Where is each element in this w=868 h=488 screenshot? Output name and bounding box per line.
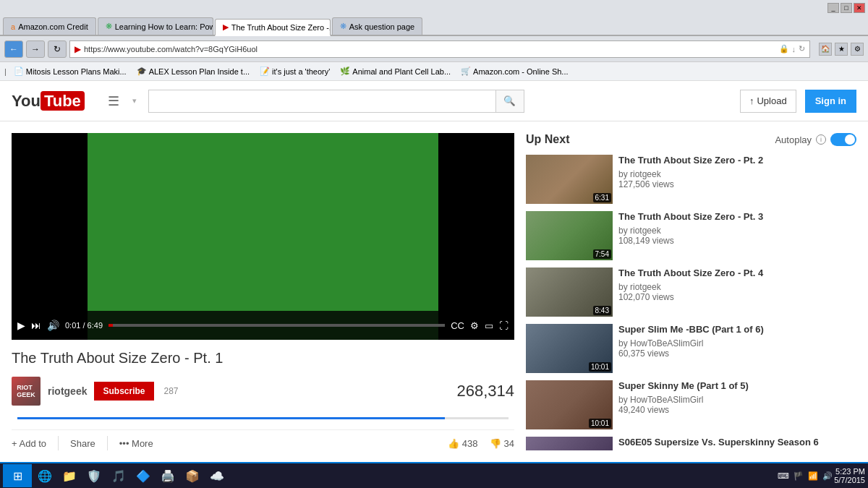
autoplay-label: Autoplay (775, 134, 812, 145)
video-item-channel: by riotgeek (618, 169, 856, 179)
search-button[interactable]: 🔍 (495, 90, 524, 113)
captions-icon[interactable]: CC (451, 320, 464, 331)
video-item-views: 60,375 views (618, 348, 856, 359)
video-list-item[interactable]: 6:31 The Truth About Size Zero - Pt. 2 b… (526, 155, 856, 204)
youtube-logo[interactable]: YouTube (12, 92, 85, 111)
bookmark-alex[interactable]: 🎓 ALEX Lesson Plan Inside t... (134, 65, 252, 77)
settings-icon[interactable]: ⚙ (851, 43, 864, 56)
signin-button[interactable]: Sign in (805, 90, 856, 113)
title-bar: _ □ ✕ (0, 0, 868, 16)
video-list-item[interactable]: 40:46 S06E05 Supersize Vs. Superskinny S… (526, 437, 856, 450)
taskbar-ie-icon[interactable]: 🌐 (33, 464, 56, 487)
theater-mode-icon[interactable]: ▭ (485, 320, 493, 331)
progress-bar[interactable] (109, 324, 445, 327)
taskbar-music-icon[interactable]: 🎵 (107, 464, 130, 487)
video-duration: 10:01 (589, 419, 611, 428)
tab-amazon-credit[interactable]: a Amazon.com Credit (3, 17, 96, 35)
play-button[interactable]: ▶ (17, 320, 25, 331)
subscriber-count: 287 (164, 386, 179, 396)
bookmark-theory[interactable]: 📝 it's just a 'theory' (257, 65, 333, 77)
video-item-views: 102,070 views (618, 292, 856, 302)
taskbar-shield-icon[interactable]: 🛡️ (82, 464, 106, 487)
video-item-info: Super Skinny Me (Part 1 of 5) by HowToBe… (618, 380, 856, 429)
video-title: The Truth About Size Zero - Pt. 1 (12, 347, 514, 369)
autoplay-info-icon[interactable]: i (816, 134, 826, 145)
video-list-item[interactable]: 10:01 Super Slim Me -BBC (Part 1 of 6) b… (526, 324, 856, 373)
yt-header: YouTube ☰ ▾ 🔍 ↑ Upload Sign in (0, 81, 868, 121)
tab-ask-question[interactable]: ❋ Ask question page (332, 17, 423, 35)
taskbar-amazon-icon[interactable]: 📦 (181, 464, 204, 487)
progress-fill (109, 324, 113, 327)
menu-arrow-icon: ▾ (132, 96, 137, 106)
video-item-info: The Truth About Size Zero - Pt. 2 by rio… (618, 155, 856, 204)
bookmarks-bar: | 📄 Mitosis Lesson Plans Maki... 🎓 ALEX … (0, 62, 868, 81)
taskbar: ⊞ 🌐 📁 🛡️ 🎵 🔷 🖨️ 📦 ☁️ ⌨ 🏴 📶 🔊 5:23 PM 5/7… (0, 462, 868, 488)
video-item-info: S06E05 Supersize Vs. Superskinny Season … (618, 437, 856, 450)
autoplay-toggle[interactable] (830, 133, 856, 146)
tab-size-zero[interactable]: ▶ The Truth About Size Zero -... ✕ (215, 19, 331, 36)
taskbar-gem-icon[interactable]: 🔷 (132, 464, 155, 487)
video-item-views: 49,240 views (618, 405, 856, 415)
video-item-title: Super Slim Me -BBC (Part 1 of 6) (618, 324, 856, 336)
thumbs-up-icon: 👍 (448, 438, 459, 449)
taskbar-cloud-icon[interactable]: ☁️ (205, 464, 229, 487)
video-thumbnail: 6:31 (526, 155, 613, 204)
channel-name[interactable]: riotgeek (48, 385, 87, 397)
refresh-button[interactable]: ↻ (48, 40, 67, 58)
star-icon[interactable]: ★ (835, 43, 848, 56)
settings-video-icon[interactable]: ⚙ (470, 320, 479, 331)
video-green-screen (88, 133, 438, 340)
video-controls: ▶ ⏭ 🔊 0:01 / 6:49 CC ⚙ ▭ (12, 311, 514, 340)
video-thumbnail: 10:01 (526, 324, 613, 373)
nav-bar: ← → ↻ ▶ https://www.youtube.com/watch?v=… (0, 36, 868, 62)
close-button[interactable]: ✕ (854, 3, 865, 13)
bookmark-mitosis[interactable]: 📄 Mitosis Lesson Plans Maki... (11, 65, 129, 77)
tab-bar: a Amazon.com Credit ❋ Learning How to Le… (0, 16, 868, 36)
taskbar-explorer-icon[interactable]: 📁 (58, 464, 81, 487)
upnext-title: Up Next (526, 133, 569, 146)
video-list-item[interactable]: 7:54 The Truth About Size Zero - Pt. 3 b… (526, 211, 856, 260)
video-thumbnail: 8:43 (526, 267, 613, 317)
channel-info: riotgeek (48, 385, 87, 397)
sidebar: Up Next Autoplay i 6:31 The Truth About … (526, 133, 856, 450)
search-input[interactable] (148, 90, 495, 113)
share-button[interactable]: Share (70, 438, 95, 449)
start-button[interactable]: ⊞ (3, 464, 32, 487)
video-item-views: 127,506 views (618, 179, 856, 189)
minimize-button[interactable]: _ (827, 3, 839, 13)
volume-sys-icon: 🔊 (822, 471, 833, 481)
taskbar-time: 5:23 PM 5/7/2015 (834, 467, 865, 484)
volume-button[interactable]: 🔊 (47, 320, 59, 331)
more-button[interactable]: ••• More (119, 438, 153, 449)
bookmark-amazon[interactable]: 🛒 Amazon.com - Online Sh... (458, 65, 571, 77)
signal-icon: 📶 (808, 471, 818, 481)
forward-button[interactable]: → (26, 40, 45, 58)
like-button[interactable]: 👍 438 (448, 438, 478, 449)
ctrl-right: CC ⚙ ▭ ⛶ (451, 320, 509, 331)
fullscreen-icon[interactable]: ⛶ (499, 320, 509, 331)
maximize-button[interactable]: □ (841, 3, 852, 13)
upload-button[interactable]: ↑ Upload (740, 90, 796, 113)
video-item-title: S06E05 Supersize Vs. Superskinny Season … (618, 437, 856, 450)
video-duration: 7:54 (593, 249, 611, 259)
next-button[interactable]: ⏭ (31, 320, 41, 331)
video-section: ▶ ⏭ 🔊 0:01 / 6:49 CC ⚙ ▭ (12, 133, 514, 450)
autoplay-knob (845, 134, 855, 145)
video-player[interactable]: ▶ ⏭ 🔊 0:01 / 6:49 CC ⚙ ▭ (12, 133, 514, 340)
video-list-item[interactable]: 10:01 Super Skinny Me (Part 1 of 5) by H… (526, 380, 856, 429)
dislike-button[interactable]: 👎 34 (490, 438, 514, 449)
hamburger-menu-icon[interactable]: ☰ (108, 93, 119, 109)
home-icon[interactable]: 🏠 (819, 43, 832, 56)
video-list-item[interactable]: 8:43 The Truth About Size Zero - Pt. 4 b… (526, 267, 856, 317)
back-button[interactable]: ← (4, 40, 23, 58)
keyboard-icon: ⌨ (778, 471, 789, 481)
video-item-channel: by riotgeek (618, 282, 856, 292)
title-bar-controls: _ □ ✕ (827, 3, 865, 13)
address-bar[interactable]: ▶ https://www.youtube.com/watch?v=8GqYGi… (69, 40, 810, 58)
tab-learning[interactable]: ❋ Learning How to Learn: Powerf... (98, 17, 213, 35)
add-to-button[interactable]: + Add to (12, 438, 46, 449)
subscribe-button[interactable]: Subscribe (94, 382, 153, 401)
taskbar-hp-icon[interactable]: 🖨️ (156, 464, 179, 487)
bookmark-cell-lab[interactable]: 🌿 Animal and Plant Cell Lab... (337, 65, 454, 77)
channel-avatar[interactable]: RIOTGEEK (12, 377, 41, 406)
